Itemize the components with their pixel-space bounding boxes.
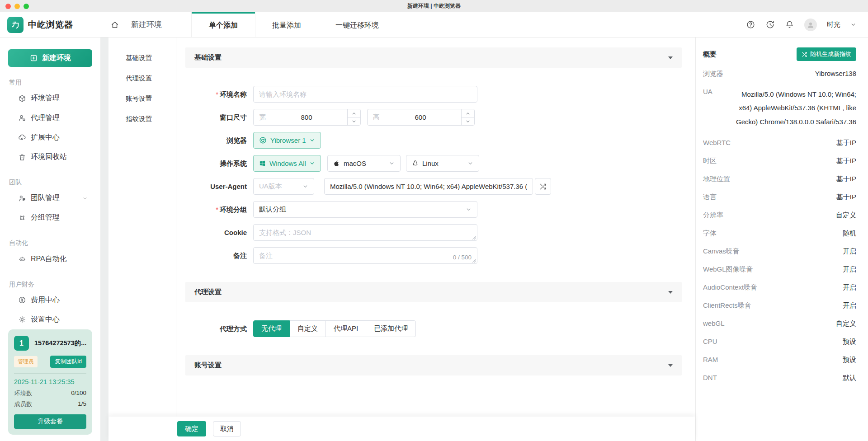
- section-title: 基础设置: [194, 53, 222, 62]
- env-name-label: *环境名称: [185, 86, 253, 103]
- regenerate-fingerprint-label: 随机生成新指纹: [810, 50, 851, 58]
- close-window-button[interactable]: [5, 4, 11, 9]
- cookie-textarea[interactable]: [254, 225, 477, 240]
- width-decrement-button[interactable]: [348, 117, 360, 125]
- submenu-chevron-down-icon[interactable]: [82, 196, 88, 201]
- tab-single-add[interactable]: 单个添加: [192, 12, 255, 37]
- chevron-down-icon: [309, 137, 315, 143]
- copy-team-id-button[interactable]: 复制团队id: [50, 356, 86, 368]
- os-select-windows[interactable]: Windows All: [253, 155, 321, 172]
- form-column: 基础设置 *环境名称 窗口尺寸 宽: [176, 38, 695, 441]
- user-agent-input[interactable]: [324, 178, 533, 195]
- header-actions: 时光: [746, 12, 868, 37]
- user-menu-chevron-down-icon[interactable]: [850, 22, 856, 28]
- anchor-basic-settings[interactable]: 基础设置: [126, 54, 176, 62]
- browser-chrome-icon: [259, 136, 267, 144]
- user-avatar[interactable]: [804, 19, 817, 31]
- user-gear-icon: [18, 114, 26, 122]
- stat-value: 1/5: [78, 400, 86, 408]
- regenerate-fingerprint-button[interactable]: 随机生成新指纹: [797, 47, 856, 61]
- cloud-gear-icon: [18, 133, 26, 141]
- proxy-option-api[interactable]: 代理API: [326, 320, 366, 337]
- window-title: 新建环境 | 中屹浏览器: [407, 2, 461, 10]
- randomize-ua-button[interactable]: [535, 178, 551, 195]
- zoom-window-button[interactable]: [24, 4, 29, 9]
- collapse-caret-icon[interactable]: [668, 291, 673, 294]
- new-environment-button[interactable]: 新建环境: [8, 49, 92, 67]
- member-count-row: 成员数 1/5: [14, 400, 86, 408]
- resize-grip[interactable]: [472, 258, 476, 263]
- env-name-row: *环境名称: [185, 86, 682, 103]
- notifications-bell-icon[interactable]: [785, 20, 794, 29]
- app-window: 新建环境 | 中屹浏览器 中屹浏览器 新建环境 单个添加 批量添加 一键迁移环境: [0, 0, 868, 441]
- minimize-window-button[interactable]: [14, 4, 20, 9]
- sidebar-item-env-manage[interactable]: 环境管理: [8, 89, 92, 108]
- cookie-row: Cookie: [185, 224, 682, 241]
- required-star: *: [216, 206, 218, 213]
- upgrade-plan-button[interactable]: 升级套餐: [14, 414, 86, 429]
- os-select-linux[interactable]: Linux: [406, 155, 479, 172]
- tab-migrate[interactable]: 一键迁移环境: [318, 12, 396, 37]
- new-environment-icon: [29, 54, 38, 62]
- help-icon[interactable]: [746, 20, 755, 29]
- proxy-settings-body: 代理方式 无代理 自定义 代理API 已添加代理: [185, 302, 682, 355]
- sidebar-item-proxy-manage[interactable]: 代理管理: [8, 108, 92, 128]
- anchor-proxy-settings[interactable]: 代理设置: [126, 74, 176, 83]
- chevron-down-icon: [309, 160, 315, 166]
- team-expiry-datetime: 2025-11-21 13:25:35: [14, 378, 86, 385]
- width-increment-button[interactable]: [348, 109, 360, 117]
- sidebar-section-automation: 自动化: [9, 239, 92, 247]
- window-height-input[interactable]: [380, 109, 461, 125]
- header-tabs: 单个添加 批量添加 一键迁移环境: [192, 12, 396, 37]
- cookie-textarea-wrap: [253, 224, 477, 241]
- app-name: 中屹浏览器: [28, 19, 73, 31]
- team-icon: [18, 194, 26, 202]
- team-badge: 1: [14, 336, 29, 351]
- proxy-option-added[interactable]: 已添加代理: [366, 320, 416, 337]
- sidebar-item-fee-center[interactable]: 费用中心: [8, 291, 92, 310]
- tab-batch-add[interactable]: 批量添加: [255, 12, 318, 37]
- os-row: 操作系统 Windows All macOS: [185, 155, 682, 172]
- summary-row-cpu: CPU预设: [703, 333, 856, 351]
- app-logo-icon: [7, 17, 24, 33]
- remark-textarea[interactable]: [254, 248, 477, 263]
- tab-label: 批量添加: [272, 21, 301, 30]
- env-name-input[interactable]: [253, 86, 477, 103]
- linux-penguin-icon: [412, 160, 419, 167]
- tab-label: 一键迁移环境: [335, 21, 379, 30]
- section-proxy-settings: 代理设置: [185, 282, 682, 302]
- env-group-select[interactable]: 默认分组: [253, 201, 477, 218]
- trash-icon: [18, 153, 26, 161]
- anchor-account-settings[interactable]: 账号设置: [126, 94, 176, 103]
- collapse-caret-icon[interactable]: [668, 364, 673, 367]
- summary-row-resolution: 分辨率自定义: [703, 206, 856, 224]
- browser-select[interactable]: Yibrowser 138: [253, 132, 321, 149]
- home-icon[interactable]: [110, 20, 119, 29]
- sidebar-item-recycle-bin[interactable]: 环境回收站: [8, 147, 92, 167]
- ua-version-select[interactable]: UA版本: [253, 178, 314, 195]
- height-increment-button[interactable]: [462, 109, 474, 117]
- sidebar-item-extension-center[interactable]: 扩展中心: [8, 128, 92, 147]
- resize-grip[interactable]: [472, 235, 476, 239]
- sidebar-item-settings-center[interactable]: 设置中心: [8, 310, 92, 329]
- chevron-down-icon: [389, 160, 395, 166]
- apple-logo-icon: [333, 160, 340, 167]
- collapse-caret-icon[interactable]: [668, 56, 673, 59]
- height-decrement-button[interactable]: [462, 117, 474, 125]
- proxy-option-custom[interactable]: 自定义: [289, 320, 326, 337]
- user-name[interactable]: 时光: [827, 20, 840, 29]
- proxy-option-none[interactable]: 无代理: [253, 320, 290, 337]
- cancel-button[interactable]: 取消: [213, 421, 241, 436]
- env-group-row: *环境分组 默认分组: [185, 201, 682, 218]
- history-refresh-icon[interactable]: [765, 20, 775, 29]
- os-select-macos[interactable]: macOS: [327, 155, 401, 172]
- anchor-fingerprint-settings[interactable]: 指纹设置: [126, 115, 176, 123]
- confirm-button[interactable]: 确定: [177, 421, 206, 436]
- sidebar-item-rpa[interactable]: RPA自动化: [8, 249, 92, 268]
- window-width-input[interactable]: [266, 109, 347, 125]
- current-page-label[interactable]: 新建环境: [131, 19, 162, 30]
- sidebar-item-group-manage[interactable]: 分组管理: [8, 208, 92, 227]
- window-size-label: 窗口尺寸: [185, 109, 253, 126]
- stat-label: 成员数: [14, 400, 33, 408]
- sidebar-item-team-manage[interactable]: 团队管理: [8, 188, 92, 208]
